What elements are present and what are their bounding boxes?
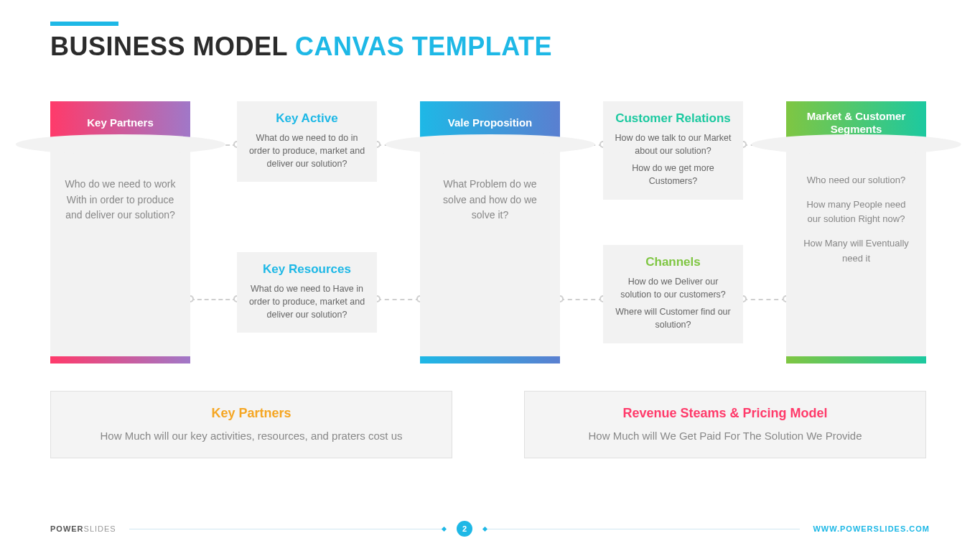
key-partners-label: Key Partners xyxy=(87,116,154,129)
segments-q1: Who need our solution? xyxy=(799,173,913,187)
customer-relations-box: Customer Relations How do we talk to our… xyxy=(603,101,743,200)
segments-q3: How Many will Eventually need it xyxy=(799,236,913,265)
value-proposition-column: Vale Proposition What Problem do we solv… xyxy=(420,101,560,364)
key-partners-tab: Key Partners xyxy=(50,101,190,144)
footer-url: WWW.POWERSLIDES.COM xyxy=(813,524,930,533)
canvas-area: Key Partners Who do we need to work With… xyxy=(50,101,930,371)
channels-q2: Where will Customer find our solution? xyxy=(613,305,733,331)
title-part1: BUSINESS MODEL xyxy=(50,32,295,61)
accent-bar xyxy=(50,22,118,26)
customer-relations-title: Customer Relations xyxy=(613,111,733,126)
brand: POWERSLIDES xyxy=(50,524,116,533)
page-number: 2 xyxy=(457,521,472,537)
cost-text: How Much will our key activities, resour… xyxy=(71,428,431,443)
value-proposition-tab: Vale Proposition xyxy=(420,101,560,144)
channels-box: Channels How do we Deliver our solution … xyxy=(603,245,743,343)
footer: POWERSLIDES 2 WWW.POWERSLIDES.COM xyxy=(0,519,980,538)
key-resources-text: What do we need to Have in order to prod… xyxy=(247,282,367,321)
segments-column: Market & Customer Segments Who need our … xyxy=(786,101,926,364)
segments-q2: How many People need our solution Right … xyxy=(799,198,913,226)
strip xyxy=(50,356,190,364)
customer-relations-q2: How do we get more Customers? xyxy=(613,162,733,187)
key-partners-column: Key Partners Who do we need to work With… xyxy=(50,101,190,364)
bottom-row: Key Partners How Much will our key activ… xyxy=(50,391,930,484)
segments-tab: Market & Customer Segments xyxy=(786,101,926,144)
key-partners-body: Who do we need to work With in order to … xyxy=(50,144,190,236)
key-active-text: What do we need to do in order to produc… xyxy=(247,131,367,170)
slide-title: BUSINESS MODEL CANVAS TEMPLATE xyxy=(50,32,930,62)
revenue-box: Revenue Steams & Pricing Model How Much … xyxy=(524,391,926,458)
revenue-title: Revenue Steams & Pricing Model xyxy=(545,406,905,421)
key-resources-box: Key Resources What do we need to Have in… xyxy=(237,252,377,333)
connector xyxy=(377,299,420,300)
title-part2: CANVAS TEMPLATE xyxy=(295,32,552,61)
value-proposition-label: Vale Proposition xyxy=(448,116,533,129)
customer-relations-q1: How do we talk to our Market about our s… xyxy=(613,131,733,157)
footer-line xyxy=(129,529,444,529)
cost-title: Key Partners xyxy=(71,406,431,421)
cost-structure-box: Key Partners How Much will our key activ… xyxy=(50,391,452,458)
strip xyxy=(420,356,560,364)
key-active-box: Key Active What do we need to do in orde… xyxy=(237,101,377,182)
footer-line xyxy=(485,529,800,529)
connector xyxy=(190,299,237,300)
revenue-text: How Much will We Get Paid For The Soluti… xyxy=(545,428,905,443)
value-proposition-body: What Problem do we solve and how do we s… xyxy=(420,144,560,236)
segments-label: Market & Customer Segments xyxy=(792,110,920,136)
channels-q1: How do we Deliver our solution to our cu… xyxy=(613,275,733,301)
channels-title: Channels xyxy=(613,255,733,269)
strip xyxy=(786,356,926,364)
key-active-title: Key Active xyxy=(247,111,367,126)
key-resources-title: Key Resources xyxy=(247,262,367,277)
connector xyxy=(743,299,786,300)
connector xyxy=(560,299,603,300)
